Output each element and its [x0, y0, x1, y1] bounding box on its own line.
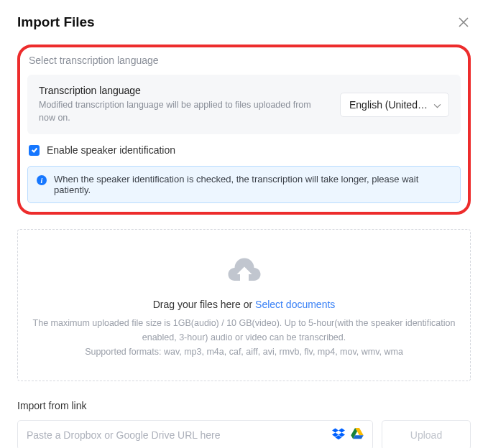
transcription-settings-highlight: Select transcription language Transcript…	[17, 45, 471, 215]
language-title: Transcription language	[39, 85, 328, 96]
info-banner: i When the speaker identification is che…	[27, 166, 461, 203]
close-icon	[459, 17, 469, 27]
google-drive-icon	[351, 428, 364, 442]
speaker-id-row: Enable speaker identification	[27, 144, 461, 156]
modal-header: Import Files	[17, 14, 471, 30]
dropzone-info: The maximum uploaded file size is 1GB(au…	[32, 316, 456, 359]
url-input-container	[17, 420, 373, 448]
file-dropzone[interactable]: Drag your files here or Select documents…	[17, 229, 471, 381]
import-files-modal: Import Files Select transcription langua…	[0, 0, 488, 448]
language-select[interactable]: English (United S...	[340, 93, 449, 117]
check-icon	[31, 146, 38, 154]
close-button[interactable]	[456, 15, 471, 29]
info-text: When the speaker identification is check…	[54, 174, 451, 195]
modal-title: Import Files	[17, 14, 95, 30]
import-link-row: Upload	[17, 420, 471, 448]
speaker-id-checkbox[interactable]	[29, 145, 40, 156]
import-link-label: Import from link	[17, 400, 471, 411]
section-label: Select transcription language	[27, 55, 461, 66]
upload-cloud-icon	[32, 254, 456, 286]
speaker-id-label: Enable speaker identification	[47, 144, 175, 156]
language-select-value: English (United S...	[349, 99, 429, 111]
dropbox-icon	[332, 427, 345, 443]
chevron-down-icon	[433, 99, 441, 111]
language-box: Transcription language Modified transcri…	[27, 75, 461, 134]
info-icon: i	[37, 175, 47, 185]
upload-button[interactable]: Upload	[382, 420, 471, 448]
select-documents-link[interactable]: Select documents	[255, 299, 335, 310]
dropzone-text: Drag your files here or Select documents	[32, 299, 456, 310]
url-input[interactable]	[27, 421, 332, 448]
language-subtitle: Modified transcription language will be …	[39, 99, 328, 124]
